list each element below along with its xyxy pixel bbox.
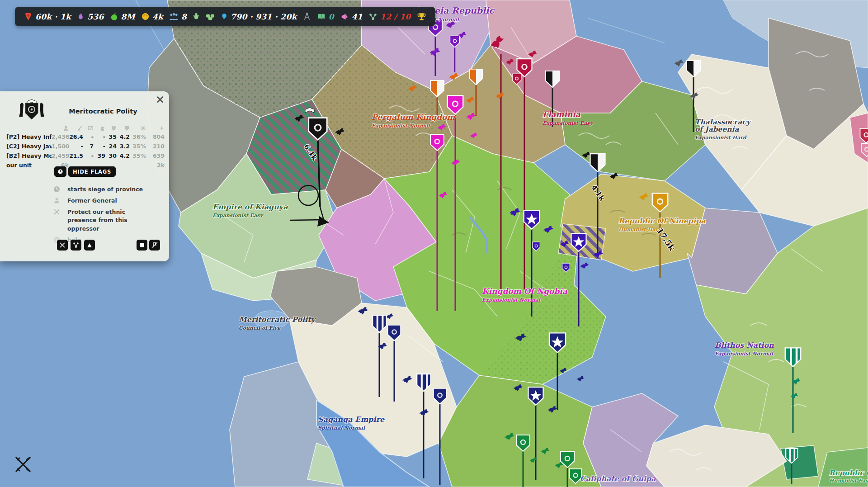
flame-icon [77, 12, 85, 21]
unit-row[interactable]: [C2] Heavy Jave... 1,500- 7- 243.2 35%21… [6, 142, 165, 151]
stop-square-icon [139, 242, 145, 248]
combat-cursor-icon [14, 455, 33, 474]
panel-legend: starts siege of province Former General … [53, 185, 162, 247]
ranged-icon [88, 125, 94, 131]
armor-icon [124, 125, 130, 131]
agents-stat[interactable]: 12 / 10 [368, 12, 410, 21]
unit-panel: × Meritocratic Polity [P2] Heavy Infa...… [0, 91, 169, 261]
crest-supporter-left [19, 103, 24, 117]
network-icon [73, 242, 79, 248]
stop-button[interactable] [137, 240, 147, 251]
fame-stat[interactable]: 41 [340, 12, 363, 21]
gold-coin-icon [141, 12, 150, 21]
culture-stat[interactable] [206, 13, 215, 21]
crossed-swords-icon [59, 242, 66, 248]
unit-table: [P2] Heavy Infa... 2,43626.4 -- 354.2 36… [6, 124, 165, 170]
attack-button[interactable] [57, 240, 68, 251]
population-icon [169, 12, 179, 21]
cross-icon [53, 208, 60, 215]
sword-icon [77, 125, 83, 131]
mountain-icon [86, 242, 93, 248]
construction-stat[interactable] [303, 12, 311, 21]
food-stat[interactable]: 8M [110, 12, 135, 21]
general-icon [53, 197, 60, 204]
food-apple-icon [110, 12, 118, 21]
trophy-icon [417, 12, 426, 21]
army-banner-icon [24, 12, 33, 21]
health-icon [111, 125, 117, 131]
panel-title: Meritocratic Polity [49, 108, 157, 115]
clock-icon [57, 169, 63, 175]
gold-stat[interactable]: 4k [141, 12, 163, 21]
legend-row-general: Former General [53, 197, 162, 205]
terrain-button[interactable] [84, 240, 95, 251]
unit-row[interactable]: [P2] Heavy Infa... 2,43626.4 -- 354.2 36… [6, 132, 165, 142]
unit-row[interactable]: [B2] Heavy Mou... 2,45921.5 -39 304.2 35… [6, 151, 165, 161]
split-army-button[interactable] [71, 240, 81, 251]
flag-crossed-icon [151, 242, 158, 248]
ledger-book-icon [317, 13, 326, 21]
victory-stat[interactable] [417, 12, 426, 21]
innovation-stat[interactable]: 790 · 931 · 20k [221, 12, 297, 21]
legend-row-protect: Protect our ethnic presence from this op… [53, 208, 162, 232]
morale-icon [140, 125, 146, 131]
hide-flags-button[interactable]: HIDE FLAGS [68, 166, 116, 177]
amphora-stat[interactable] [193, 12, 200, 21]
innovation-bulb-icon [221, 12, 228, 21]
culture-mask-icon [206, 13, 215, 21]
mana-stat[interactable]: 536 [77, 12, 104, 21]
supply-icon [159, 125, 165, 131]
siege-timer-button[interactable] [54, 166, 66, 177]
agents-network-icon [368, 13, 377, 21]
soldiers-icon [63, 125, 69, 131]
amphora-icon [193, 12, 200, 21]
lake [254, 311, 288, 329]
siege-clock-icon [53, 186, 60, 193]
military-stat[interactable]: 60k · 1k [24, 12, 71, 21]
legend-row-siege: starts siege of province [53, 185, 162, 194]
megaphone-icon [340, 13, 349, 21]
nation-coat-of-arms [14, 99, 49, 122]
unit-table-header [6, 124, 165, 132]
no-flag-button[interactable] [149, 240, 160, 251]
compass-icon [303, 12, 311, 21]
crest-supporter-right [40, 103, 44, 117]
close-icon[interactable]: × [156, 94, 165, 105]
top-resource-bar: 60k · 1k 536 8M 4k 8 790 · 931 · 20k 0 4… [15, 7, 435, 26]
cavalry-icon [99, 125, 105, 131]
population-stat[interactable]: 8 [169, 12, 187, 21]
ledger-stat[interactable]: 0 [317, 12, 334, 21]
